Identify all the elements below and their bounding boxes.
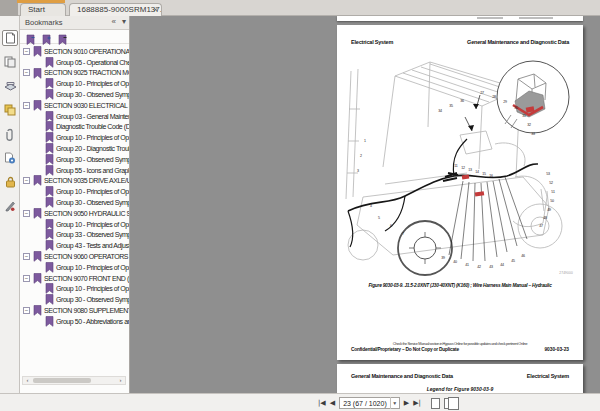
bookmark-section[interactable]: −SECTION 9070 FRONT END (MAST) A <box>20 273 130 284</box>
page-number-box[interactable]: 23 (67 / 1020) ▼ <box>339 397 400 409</box>
new-bookmark-icon[interactable] <box>42 32 54 43</box>
bookmark-item[interactable]: Group 30 - Observed Symptoms <box>20 154 130 165</box>
pdf-reader-window: Start 1688885-9000SRM137... × <box>0 0 600 411</box>
bookmark-flag-icon <box>33 100 42 111</box>
collapse-box-icon[interactable]: − <box>23 210 30 217</box>
callout-number: 11 <box>454 164 457 168</box>
panel-dock-icon[interactable]: « <box>112 17 116 26</box>
previous-page-icon[interactable]: ◀ <box>330 397 335 409</box>
bookmark-section[interactable]: −SECTION 9025 TRACTION MOTOR <box>20 68 130 79</box>
bookmark-label: SECTION 9030 ELECTRICAL SYSTEM <box>44 102 130 109</box>
bookmark-section[interactable]: −SECTION 9010 OPERATIONAL DIAGN <box>20 46 130 57</box>
signature-icon[interactable] <box>2 198 18 214</box>
bookmarks-icon[interactable] <box>2 30 18 46</box>
bookmark-flag-icon <box>45 89 54 100</box>
bookmark-item[interactable]: Group 10 - Principles of Operation <box>20 186 130 197</box>
bookmark-flag-icon <box>45 165 54 176</box>
document-view[interactable]: Electrical System General Maintenance an… <box>130 16 600 393</box>
bookmark-label: SECTION 9025 TRACTION MOTOR <box>44 69 130 76</box>
bookmark-item[interactable]: Group 03 - General Maintenance a <box>20 111 130 122</box>
comments-icon[interactable] <box>2 102 18 118</box>
panel-collapse-icon[interactable]: ▾ <box>122 17 126 26</box>
bookmark-section[interactable]: −SECTION 9080 SUPPLEMENTARY DAT <box>20 305 130 316</box>
callout-number: 31 <box>522 114 526 118</box>
bookmark-label: Group 05 - Operational Checkout <box>56 59 130 66</box>
panel-horizontal-scrollbar[interactable]: ‹ › <box>22 376 126 385</box>
tab-document[interactable]: 1688885-9000SRM137... × <box>69 3 162 16</box>
bookmark-item[interactable]: Group 30 - Observed Symptoms <box>20 89 130 100</box>
bookmark-flag-icon <box>45 229 54 240</box>
page-dropdown-icon[interactable]: ▼ <box>390 397 399 409</box>
bookmark-item[interactable]: Group 43 - Tests and Adjustments <box>20 240 130 251</box>
bookmark-item[interactable]: Group 50 - Abbreviations and Acro <box>20 316 130 327</box>
next-page-header-left: General Maintenance and Diagnostic Data <box>351 373 453 379</box>
callout-number: 41 <box>465 263 469 267</box>
bookmark-label: Group 30 - Observed Symptoms <box>56 156 130 163</box>
page-number-value[interactable]: 23 (67 / 1020) <box>340 400 390 407</box>
facing-page-view-icon[interactable] <box>444 398 453 409</box>
bookmark-item[interactable]: Group 10 - Principles of Operation <box>20 219 130 230</box>
close-tab-icon[interactable]: × <box>153 5 158 14</box>
callout-number: 45 <box>511 259 515 263</box>
tab-document-label: 1688885-9000SRM137... <box>77 5 162 14</box>
bookmark-item[interactable]: Group 10 - Principles of Operation <box>20 78 130 89</box>
bookmarks-panel-title: Bookmarks <box>25 18 63 27</box>
collapse-box-icon[interactable]: − <box>23 307 30 314</box>
bookmark-item[interactable]: Group 20 - Diagnostic Trouble Cod <box>20 143 130 154</box>
page-header-right: General Maintenance and Diagnostic Data <box>467 39 569 45</box>
bookmark-section[interactable]: −SECTION 9060 OPERATORS STATION <box>20 251 130 262</box>
bookmark-section[interactable]: −SECTION 9035 DRIVE AXLE/UNIT <box>20 176 130 187</box>
bookmark-label: Group 30 - Observed Symptoms <box>56 296 130 303</box>
security-settings-icon[interactable] <box>2 150 18 166</box>
bookmarks-panel: Bookmarks « ▾ −SECTION 9010 OPERATIONAL … <box>20 16 130 393</box>
figure-caption: Figure 9030-03-9. J1.5-2.0XNT (J30-40XNT… <box>337 283 583 288</box>
bookmark-flag-icon <box>45 111 54 122</box>
bookmark-item[interactable]: Group 55 - Icons and Graphics <box>20 165 130 176</box>
expand-bookmark-icon[interactable] <box>26 32 38 43</box>
collapse-box-icon[interactable]: − <box>23 102 30 109</box>
bookmark-item[interactable]: Group 30 - Observed Symptoms <box>20 294 130 305</box>
bookmark-flag-icon <box>33 175 42 186</box>
bookmark-label: SECTION 9035 DRIVE AXLE/UNIT <box>44 177 130 184</box>
bookmark-options-icon[interactable] <box>58 32 70 43</box>
next-page-icon[interactable]: ▶ <box>404 397 409 409</box>
bookmark-tree: −SECTION 9010 OPERATIONAL DIAGNGroup 05 … <box>20 46 130 327</box>
collapse-box-icon[interactable]: − <box>23 253 30 260</box>
first-page-icon[interactable]: |◀ <box>318 397 326 409</box>
previous-page-edge <box>337 16 583 21</box>
layers-icon[interactable] <box>2 78 18 94</box>
bookmark-item[interactable]: Group 10 - Principles of Operation <box>20 262 130 273</box>
last-page-icon[interactable]: ▶| <box>413 397 421 409</box>
bookmark-flag-icon <box>45 294 54 305</box>
scroll-right-icon[interactable]: › <box>116 377 125 384</box>
bookmark-flag-icon <box>33 208 42 219</box>
callout-number: 6 <box>390 224 392 228</box>
callout-number: 43 <box>489 265 493 269</box>
collapse-box-icon[interactable]: − <box>23 275 30 282</box>
bookmark-item[interactable]: Group 10 - Principles of Operation <box>20 284 130 295</box>
collapse-box-icon[interactable]: − <box>23 69 30 76</box>
bookmark-flag-icon <box>33 251 42 262</box>
bookmark-item[interactable]: Diagnostic Trouble Code (DTC) Ch <box>20 122 130 133</box>
scrollbar-thumb[interactable] <box>33 378 91 383</box>
bookmark-item[interactable]: Group 30 - Observed Symptoms <box>20 197 130 208</box>
page-thumbnails-icon[interactable] <box>2 54 18 70</box>
collapse-box-icon[interactable]: − <box>23 48 30 55</box>
tab-bar: Start 1688885-9000SRM137... × <box>0 0 600 16</box>
bookmark-item[interactable]: Group 05 - Operational Checkout <box>20 57 130 68</box>
pdf-page-main: Electrical System General Maintenance an… <box>337 25 583 360</box>
callout-number: 49 <box>547 208 551 212</box>
bookmark-item[interactable]: Group 10 - Principles of Operation <box>20 132 130 143</box>
collapse-box-icon[interactable]: − <box>23 177 30 184</box>
bookmark-section[interactable]: −SECTION 9050 HYDRAULIC SYSTEMS <box>20 208 130 219</box>
single-page-view-icon[interactable] <box>431 398 440 409</box>
callout-number: 36 <box>460 99 464 103</box>
bookmark-item[interactable]: Group 33 - Observed Symptoms-O <box>20 230 130 241</box>
tab-start[interactable]: Start <box>20 3 66 16</box>
lock-icon[interactable] <box>2 174 18 190</box>
attachments-icon[interactable] <box>2 126 18 142</box>
bookmark-label: SECTION 9010 OPERATIONAL DIAGN <box>44 48 130 55</box>
bookmark-section[interactable]: −SECTION 9030 ELECTRICAL SYSTEM <box>20 100 130 111</box>
scroll-left-icon[interactable]: ‹ <box>23 377 32 384</box>
callout-number: 30 <box>514 106 518 110</box>
